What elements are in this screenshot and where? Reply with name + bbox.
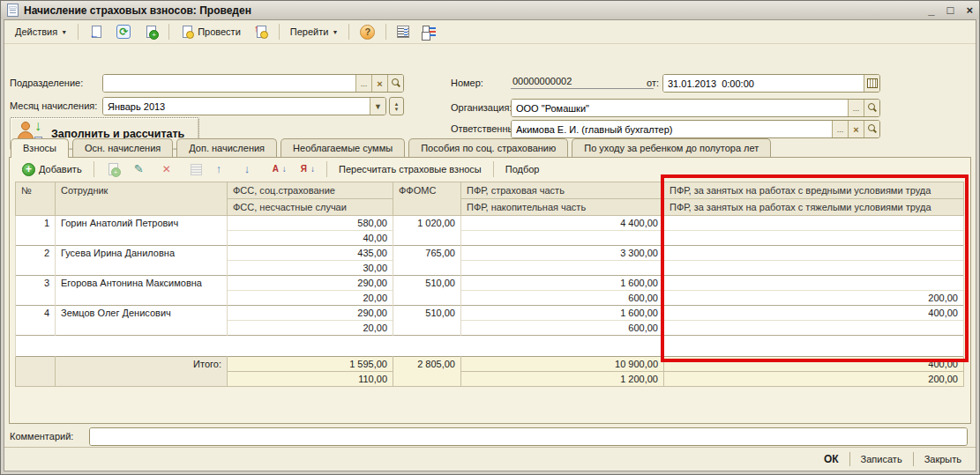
cell-pfr-funded[interactable]: 600,00 [461, 321, 664, 336]
table-row: 3 Егорова Антонина Максимовна 290,00 510… [16, 276, 964, 291]
magnifier-icon [867, 103, 877, 113]
minimize-button[interactable]: _ [928, 4, 934, 17]
cell-pfr-insurance[interactable]: 4 400,00 [461, 216, 664, 231]
cell-ffoms[interactable]: 510,00 [393, 306, 461, 336]
cell-num[interactable]: 3 [16, 276, 56, 306]
cell-employee[interactable]: Гусева Ирина Даниловна [56, 246, 228, 276]
tab-additional-accruals[interactable]: Доп. начисления [176, 138, 277, 157]
date-input[interactable] [663, 75, 864, 92]
cell-employee[interactable]: Егорова Антонина Максимовна [56, 276, 228, 306]
cell-fss-accidents[interactable]: 20,00 [228, 321, 393, 336]
refresh-button[interactable] [111, 22, 136, 41]
col-pfr-funded[interactable]: ПФР, накопительная часть [461, 199, 664, 216]
cell-fss-social[interactable]: 290,00 [228, 306, 393, 321]
sort-descending-button[interactable]: Я↓ [295, 161, 320, 177]
add-icon: + [22, 163, 35, 176]
cell-fss-social[interactable]: 580,00 [228, 216, 393, 231]
cell-pfr-heavy[interactable] [664, 321, 964, 336]
write-button[interactable]: Записать [856, 452, 908, 466]
tab-main-accruals[interactable]: Осн. начисления [72, 138, 173, 157]
pick-button[interactable]: Подбор [500, 161, 545, 177]
actions-button[interactable]: Действия ▼ [10, 24, 72, 40]
organization-lookup-button[interactable]: ... [848, 100, 864, 116]
edit-row-button[interactable]: ✎ [129, 160, 153, 179]
cell-employee[interactable]: Горин Анатолий Петрович [56, 216, 228, 246]
cell-num[interactable]: 2 [16, 246, 56, 276]
grid-settings-button[interactable] [392, 23, 415, 41]
maximize-button[interactable]: □ [947, 4, 954, 17]
calendar-button[interactable] [864, 75, 879, 92]
close-form-button[interactable]: Закрыть [919, 452, 967, 466]
department-search-button[interactable] [387, 75, 403, 92]
cell-fss-accidents[interactable]: 20,00 [228, 291, 393, 306]
close-button[interactable]: × [966, 4, 973, 17]
copy-row-button[interactable] [101, 160, 125, 179]
col-pfr-insurance[interactable]: ПФР, страховая часть [461, 182, 664, 199]
cell-num[interactable]: 1 [16, 216, 56, 246]
month-input[interactable] [103, 98, 370, 115]
col-num[interactable]: № [16, 182, 56, 216]
col-pfr-heavy[interactable]: ПФР, за занятых на работах с тяжелыми ус… [664, 199, 964, 216]
month-spinner[interactable]: ▲ ▼ [389, 97, 404, 115]
cell-pfr-harmful[interactable]: 400,00 [664, 306, 964, 321]
department-input[interactable] [103, 75, 355, 92]
move-down-button[interactable]: ↓ [239, 160, 264, 179]
move-up-button[interactable]: ↑ [211, 160, 236, 179]
number-value[interactable]: 00000000002 [511, 73, 654, 89]
cell-fss-social[interactable]: 435,00 [228, 246, 393, 261]
tab-social-insurance-benefits[interactable]: Пособия по соц. страхованию [408, 138, 568, 157]
cell-pfr-insurance[interactable]: 3 300,00 [461, 246, 664, 261]
arrow-down-icon: ↓ [244, 162, 258, 176]
view-settings-button[interactable] [417, 22, 442, 41]
cell-pfr-funded[interactable] [461, 231, 664, 246]
filler-row [16, 336, 964, 357]
goto-button[interactable]: Перейти ▼ [285, 24, 344, 40]
cell-pfr-funded[interactable] [461, 261, 664, 276]
cell-num[interactable]: 4 [16, 306, 56, 336]
end-edit-button[interactable] [185, 161, 207, 178]
department-clear-button[interactable]: × [371, 75, 387, 92]
number-label: Номер: [451, 78, 483, 88]
help-button[interactable]: ? [355, 22, 380, 42]
cell-pfr-insurance[interactable]: 1 600,00 [461, 306, 664, 321]
add-row-button[interactable]: + Добавить [17, 160, 87, 179]
tab-contributions[interactable]: Взносы [11, 138, 69, 158]
footer-separator [849, 452, 850, 466]
cell-fss-accidents[interactable]: 40,00 [228, 231, 393, 246]
window-title: Начисление страховых взносов: Проведен [24, 4, 251, 17]
copy-new-button[interactable] [138, 22, 163, 41]
cell-pfr-harmful[interactable] [664, 246, 964, 261]
save-button[interactable] [84, 22, 108, 41]
organization-input[interactable] [512, 100, 848, 116]
cell-pfr-insurance[interactable]: 1 600,00 [461, 276, 664, 291]
cell-pfr-heavy[interactable] [664, 231, 964, 246]
cell-pfr-harmful[interactable] [664, 276, 964, 291]
department-lookup-button[interactable]: ... [355, 75, 371, 92]
ok-button[interactable]: ОК [819, 451, 844, 467]
cell-pfr-funded[interactable]: 600,00 [461, 291, 664, 306]
post-button[interactable]: Провести [175, 22, 246, 41]
col-ffoms[interactable]: ФФОМС [393, 182, 461, 216]
cancel-posting-button[interactable]: ↑ [249, 22, 273, 41]
cell-ffoms[interactable]: 510,00 [393, 276, 461, 306]
month-dropdown-button[interactable]: ▼ [370, 98, 385, 115]
col-fss-accidents[interactable]: ФСС, несчастные случаи [228, 199, 393, 216]
cell-employee[interactable]: Земцов Олег Денисович [56, 306, 228, 336]
cell-pfr-heavy[interactable] [664, 261, 964, 276]
delete-row-button[interactable]: ✕ [157, 160, 182, 179]
sort-ascending-button[interactable]: А↓ [267, 161, 292, 177]
cell-fss-accidents[interactable]: 30,00 [228, 261, 393, 276]
cell-pfr-heavy[interactable]: 200,00 [664, 291, 964, 306]
organization-search-button[interactable] [864, 100, 879, 116]
cell-ffoms[interactable]: 765,00 [393, 246, 461, 276]
cell-fss-social[interactable]: 290,00 [228, 276, 393, 291]
comment-input[interactable] [90, 428, 967, 445]
col-pfr-harmful[interactable]: ПФР, за занятых на работах с вредными ус… [664, 182, 964, 199]
cell-ffoms[interactable]: 1 020,00 [393, 216, 461, 246]
col-employee[interactable]: Сотрудник [56, 182, 228, 216]
tab-nontaxable-amounts[interactable]: Необлагаемые суммы [281, 138, 405, 157]
tab-childcare-benefits[interactable]: По уходу за ребенком до полутора лет [572, 138, 771, 157]
cell-pfr-harmful[interactable] [664, 216, 964, 231]
col-fss-social[interactable]: ФСС, соц.страхование [228, 182, 393, 199]
recalculate-contributions-button[interactable]: Пересчитать страховые взносы [333, 161, 487, 177]
